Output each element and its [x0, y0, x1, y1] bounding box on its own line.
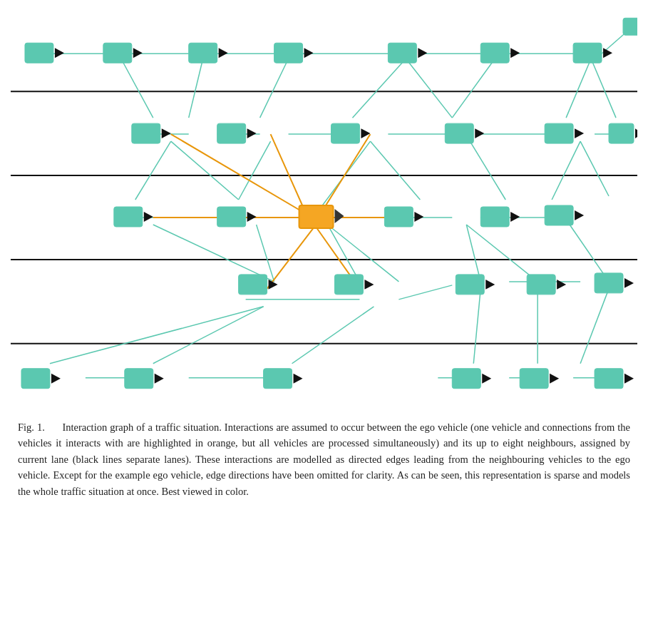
vehicle-node [573, 43, 602, 63]
teal-edge [452, 58, 495, 118]
vehicle-arrow [55, 48, 64, 58]
vehicle-node [334, 275, 363, 295]
vehicle-node [452, 369, 480, 389]
vehicle-arrow [364, 280, 374, 290]
teal-edge [153, 307, 264, 364]
interaction-graph-svg [11, 7, 637, 407]
teal-edge [580, 141, 609, 196]
teal-edge [470, 141, 505, 200]
vehicle-node [480, 43, 509, 63]
teal-edge [257, 225, 274, 282]
vehicle-node [456, 275, 484, 295]
teal-edge [473, 289, 480, 364]
vehicle-arrow [475, 128, 484, 138]
teal-edge [566, 58, 591, 118]
teal-edge [153, 225, 274, 282]
vehicle-node [595, 273, 623, 293]
diagram-area [11, 7, 637, 407]
vehicle-node [274, 43, 303, 63]
vehicle-arrow [482, 374, 491, 384]
teal-edge [327, 225, 359, 282]
vehicle-arrow [635, 128, 637, 138]
vehicle-arrow [219, 48, 228, 58]
orange-edge [171, 134, 307, 214]
vehicle-node [132, 123, 160, 143]
teal-edge [352, 58, 406, 118]
vehicle-arrow [550, 374, 559, 384]
vehicle-arrow [418, 48, 427, 58]
vehicle-arrow [162, 128, 171, 138]
ego-vehicle-arrow [334, 209, 344, 223]
vehicle-node [595, 369, 623, 389]
teal-edge [466, 225, 480, 282]
orange-edge [271, 134, 307, 214]
vehicle-node [21, 369, 50, 389]
caption-text: Interaction graph of a traffic situation… [18, 421, 630, 497]
vehicle-node [527, 275, 555, 295]
teal-edge [591, 58, 616, 118]
vehicle-node [217, 207, 246, 227]
vehicle-node [609, 123, 634, 143]
vehicle-node [217, 123, 246, 143]
vehicle-arrow [624, 374, 634, 384]
vehicle-arrow [624, 278, 634, 288]
vehicle-arrow [603, 48, 612, 58]
teal-edge [327, 225, 398, 282]
teal-edge [580, 289, 609, 364]
vehicle-arrow [485, 280, 495, 290]
vehicle-node [103, 43, 132, 63]
vehicle-node [545, 123, 573, 143]
figure-caption: Fig. 1. Interaction graph of a traffic s… [11, 407, 637, 506]
vehicle-node [384, 207, 413, 227]
figure-container: Fig. 1. Interaction graph of a traffic s… [0, 0, 648, 506]
vehicle-arrow [304, 48, 314, 58]
vehicle-node [125, 369, 153, 389]
vehicle-node [25, 43, 53, 63]
teal-edge [552, 141, 580, 200]
vehicle-node [480, 207, 509, 227]
vehicle-arrow [144, 212, 153, 222]
vehicle-arrow [575, 210, 584, 220]
vehicle-arrow [133, 48, 143, 58]
vehicle-node [331, 123, 359, 143]
vehicle-arrow [155, 374, 164, 384]
teal-edge [398, 285, 452, 300]
orange-edge [267, 228, 314, 289]
vehicle-node [545, 205, 573, 225]
orange-edge [321, 134, 371, 214]
vehicle-arrow [294, 374, 303, 384]
vehicle-arrow [557, 280, 566, 290]
vehicle-arrow [51, 374, 61, 384]
vehicle-arrow [510, 212, 520, 222]
teal-edge [189, 58, 203, 118]
vehicle-arrow [247, 128, 257, 138]
vehicle-node [445, 123, 473, 143]
vehicle-node [388, 43, 416, 63]
teal-edge [370, 141, 420, 200]
vehicle-node [623, 18, 637, 35]
vehicle-arrow [414, 212, 423, 222]
vehicle-node [189, 43, 217, 63]
vehicle-node [264, 369, 292, 389]
teal-edge [260, 58, 289, 118]
teal-edge [135, 141, 171, 200]
vehicle-arrow [575, 128, 584, 138]
vehicle-arrow [247, 212, 257, 222]
vehicle-node [239, 275, 267, 295]
teal-edge [466, 225, 538, 282]
teal-edge [50, 307, 264, 364]
vehicle-node [114, 207, 143, 227]
vehicle-node [520, 369, 548, 389]
ego-vehicle-node [299, 205, 334, 228]
caption-label: Fig. 1. [18, 421, 45, 433]
teal-edge [406, 58, 452, 118]
teal-edge [121, 58, 153, 118]
teal-edge [171, 141, 239, 200]
vehicle-arrow [510, 48, 520, 58]
teal-edge [292, 307, 374, 364]
